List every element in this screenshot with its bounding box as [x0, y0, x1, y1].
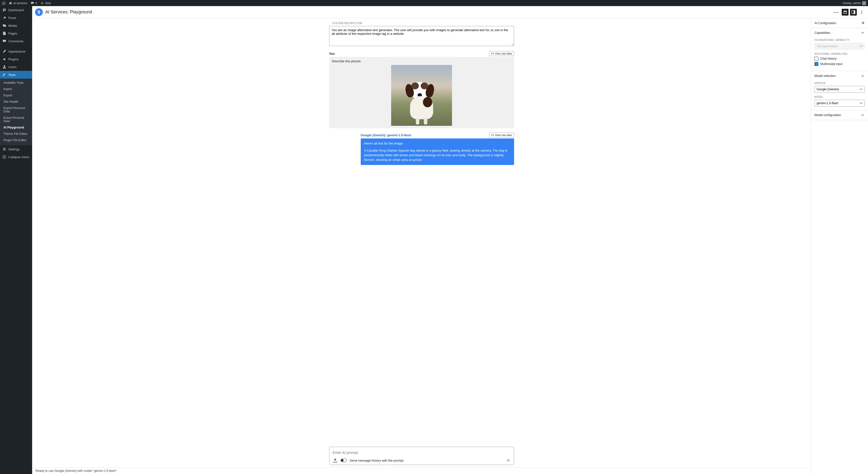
menu-tools[interactable]: Tools	[0, 71, 32, 78]
submenu-theme-file-editor[interactable]: Theme File Editor	[0, 131, 32, 137]
upload-button[interactable]	[333, 458, 338, 463]
submenu-export-personal-data[interactable]: Export Personal Data	[0, 105, 32, 115]
send-button[interactable]	[505, 458, 510, 463]
menu-collapse-menu[interactable]: Collapse menu	[0, 153, 32, 161]
config-panel-title: AI Configuration	[814, 22, 836, 25]
system-instruction-toggle[interactable]	[842, 9, 848, 15]
prompt-input[interactable]	[333, 449, 510, 458]
submenu-ai-playground[interactable]: AI Playground	[0, 124, 32, 131]
menu-dashboard[interactable]: Dashboard	[0, 6, 32, 14]
capabilities-section-toggle[interactable]: Capabilities	[811, 28, 868, 38]
menu-comments[interactable]: Comments	[0, 37, 32, 45]
menu-settings[interactable]: Settings	[0, 145, 32, 153]
menu-posts[interactable]: Posts	[0, 14, 32, 22]
svg-point-7	[38, 10, 40, 13]
foundational-label: FOUNDATIONAL CAPABILITY	[814, 39, 865, 41]
model-selection-toggle[interactable]: Model selection	[811, 71, 868, 81]
history-toggle[interactable]	[341, 459, 347, 462]
service-label: SERVICE	[814, 82, 865, 85]
admin-sidebar: DashboardPostsMediaPagesCommentsAppearan…	[0, 6, 32, 474]
model-configuration-toggle[interactable]: Model configuration	[811, 110, 868, 120]
svg-rect-10	[38, 12, 40, 12]
page-title: AI Services: Playground	[45, 9, 830, 14]
submenu-erase-personal-data[interactable]: Erase Personal Data	[0, 115, 32, 124]
chevron-up-icon	[861, 31, 865, 35]
menu-plugins[interactable]: Plugins	[0, 55, 32, 63]
close-config-button[interactable]: ✕	[861, 21, 865, 25]
comment-icon	[2, 39, 6, 43]
foundational-select: Text generation	[814, 43, 865, 50]
status-bar: Ready to use Google (Gemini) with model …	[32, 467, 811, 474]
chevron-down-icon	[861, 113, 865, 117]
user-message: Describe this picture.	[329, 57, 514, 128]
avatar-icon	[862, 1, 866, 5]
chat-history-label: Chat history	[820, 57, 837, 60]
user-message-text: Describe this picture.	[332, 59, 511, 63]
wrench-icon	[2, 73, 6, 77]
svg-rect-13	[844, 12, 846, 13]
media-icon	[2, 24, 6, 28]
menu-users[interactable]: Users	[0, 63, 32, 71]
model-author: Google (Gemini): gemini-1.5-flash	[361, 133, 411, 137]
user-icon	[2, 65, 6, 69]
additional-label: ADDITIONAL CAPABILITIES	[814, 53, 865, 55]
config-panel: AI Configuration ✕ Capabilities FOUNDATI…	[811, 18, 868, 474]
history-toggle-label: Send message history with the prompt	[350, 459, 503, 462]
multimodal-label: Multimodal input	[820, 62, 842, 66]
user-author: You	[329, 52, 335, 56]
system-instruction-label: SYSTEM INSTRUCTION	[333, 22, 514, 25]
svg-point-9	[39, 11, 40, 12]
dash-icon	[2, 8, 6, 12]
menu-pages[interactable]: Pages	[0, 29, 32, 37]
svg-point-18	[861, 13, 862, 13]
svg-point-3	[3, 148, 4, 149]
plug-icon	[2, 57, 6, 61]
model-para-1: Here's alt text for the image:	[364, 141, 511, 146]
ai-services-logo-icon	[35, 8, 43, 16]
sliders-icon	[2, 147, 6, 151]
svg-point-1	[3, 25, 4, 25]
model-select[interactable]: gemini-1.5-flash	[814, 100, 865, 106]
page-header: AI Services: Playground —	[32, 6, 868, 18]
service-select[interactable]: Google (Gemini)	[814, 86, 865, 93]
svg-point-17	[861, 12, 862, 12]
svg-point-6	[3, 156, 6, 159]
svg-point-5	[4, 150, 4, 150]
view-raw-user-button[interactable]: View raw data	[489, 51, 514, 56]
svg-point-8	[38, 11, 39, 12]
config-panel-toggle[interactable]	[850, 9, 857, 15]
submenu-site-health[interactable]: Site Health	[0, 99, 32, 105]
view-raw-model-button[interactable]: View raw data	[489, 133, 514, 137]
svg-point-2	[4, 65, 5, 67]
submenu-available-tools[interactable]: Available Tools	[0, 80, 32, 86]
model-message: Here's alt text for the image: A Cavalie…	[361, 138, 514, 165]
svg-point-16	[861, 10, 862, 11]
tools-submenu: Available ToolsImportExportSite HealthEx…	[0, 78, 32, 145]
submenu-plugin-file-editor[interactable]: Plugin File Editor	[0, 137, 32, 143]
wp-admin-bar: ai-services 0 New Howdy, admin	[0, 0, 868, 6]
more-menu-button[interactable]	[858, 9, 865, 15]
collapse-icon	[2, 155, 6, 159]
minimize-button[interactable]: —	[832, 9, 840, 15]
prompt-box: Send message history with the prompt	[329, 447, 514, 465]
svg-rect-15	[854, 10, 855, 14]
model-label: MODEL	[814, 96, 865, 98]
menu-appearance[interactable]: Appearance	[0, 48, 32, 55]
menu-media[interactable]: Media	[0, 22, 32, 29]
site-link[interactable]: ai-services	[9, 1, 27, 5]
submenu-export[interactable]: Export	[0, 92, 32, 99]
model-para-2: A Cavalier King Charles Spaniel dog stan…	[364, 149, 511, 162]
new-link[interactable]: New	[40, 1, 51, 5]
system-instruction-input[interactable]	[329, 26, 514, 46]
submenu-import[interactable]: Import	[0, 86, 32, 92]
account-link[interactable]: Howdy, admin	[843, 1, 866, 5]
svg-rect-12	[844, 11, 846, 11]
brush-icon	[2, 50, 6, 53]
chevron-up-icon	[861, 74, 865, 78]
wp-logo[interactable]	[2, 1, 5, 5]
multimodal-checkbox[interactable]	[814, 62, 818, 66]
comments-link[interactable]: 0	[31, 1, 37, 5]
page-icon	[2, 31, 6, 35]
chat-history-checkbox[interactable]	[814, 57, 818, 61]
svg-point-4	[5, 149, 6, 149]
